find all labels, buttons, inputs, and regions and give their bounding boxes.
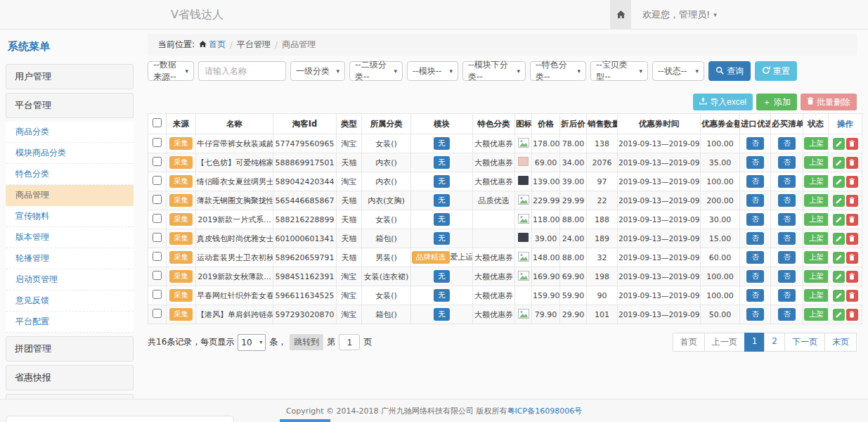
delete-button[interactable] (846, 252, 858, 264)
edit-button[interactable] (833, 233, 845, 245)
category-level2-select[interactable]: --二级分类--▾ (349, 61, 403, 81)
reset-button[interactable]: 重置 (755, 61, 797, 81)
delete-button[interactable] (846, 138, 858, 150)
must-buy-toggle-button[interactable]: 否 (778, 194, 796, 207)
imported-toggle-button[interactable]: 否 (746, 251, 764, 264)
row-checkbox[interactable] (153, 233, 162, 242)
import-excel-button[interactable]: 导入excel (693, 94, 753, 110)
imported-toggle-button[interactable]: 否 (746, 194, 764, 207)
row-checkbox[interactable] (153, 271, 162, 280)
row-checkbox[interactable] (153, 309, 162, 318)
imported-toggle-button[interactable]: 否 (746, 213, 764, 226)
status-button[interactable]: 上架 (804, 251, 829, 264)
horizontal-scrollbar-thumb[interactable] (280, 419, 330, 422)
edit-button[interactable] (833, 309, 845, 321)
imported-toggle-button[interactable]: 否 (746, 137, 764, 150)
row-checkbox[interactable] (153, 176, 162, 185)
sidebar-item[interactable]: 平台管理 (6, 93, 134, 118)
sidebar-item[interactable]: 模块商品分类 (6, 143, 134, 164)
status-button[interactable]: 上架 (804, 137, 829, 150)
page-button[interactable]: 首页 (673, 333, 705, 352)
item-type-select[interactable]: --宝贝类型--▾ (590, 61, 648, 81)
sidebar-item[interactable]: 拼团管理 (6, 336, 134, 362)
row-checkbox[interactable] (153, 290, 162, 299)
must-buy-toggle-button[interactable]: 否 (778, 251, 796, 264)
sidebar-item[interactable]: 启动页管理 (6, 269, 134, 290)
row-checkbox[interactable] (153, 252, 162, 261)
must-buy-toggle-button[interactable]: 否 (778, 232, 796, 245)
must-buy-toggle-button[interactable]: 否 (778, 308, 796, 321)
row-checkbox[interactable] (153, 214, 162, 223)
edit-button[interactable] (833, 195, 845, 207)
sidebar-item[interactable]: 宣传物料 (6, 206, 134, 227)
add-button[interactable]: ＋ 添加 (756, 94, 797, 110)
row-checkbox[interactable] (153, 138, 162, 147)
search-button[interactable]: 查询 (708, 61, 751, 81)
delete-button[interactable] (846, 233, 858, 245)
imported-toggle-button[interactable]: 否 (746, 175, 764, 188)
page-button[interactable]: 下一页 (784, 333, 825, 352)
must-buy-toggle-button[interactable]: 否 (778, 156, 796, 169)
user-menu[interactable]: 欢迎您，管理员! ▾ (642, 8, 717, 21)
imported-toggle-button[interactable]: 否 (746, 308, 764, 321)
status-button[interactable]: 上架 (804, 289, 829, 302)
sidebar-item[interactable]: 商品分类 (6, 122, 134, 143)
delete-button[interactable] (846, 290, 858, 302)
name-input[interactable] (198, 61, 286, 81)
module-subcategory-select[interactable]: --模块下分类--▾ (462, 61, 526, 81)
jump-page-input[interactable] (339, 334, 360, 350)
edit-button[interactable] (833, 214, 845, 226)
delete-button[interactable] (846, 176, 858, 188)
imported-toggle-button[interactable]: 否 (746, 289, 764, 302)
status-button[interactable]: 上架 (804, 194, 829, 207)
per-page-select[interactable]: 10 ▾ (238, 334, 266, 351)
batch-delete-button[interactable]: 批量删除 (801, 94, 857, 110)
sidebar-item[interactable]: 特色分类 (6, 164, 134, 185)
icp-link[interactable]: 粤ICP备16098006号 (507, 407, 583, 416)
sidebar-item[interactable]: 商品管理 (6, 185, 134, 206)
must-buy-toggle-button[interactable]: 否 (778, 175, 796, 188)
breadcrumb-item[interactable]: 平台管理 (237, 39, 271, 51)
must-buy-toggle-button[interactable]: 否 (778, 213, 796, 226)
sidebar-item[interactable]: 省惠快报 (6, 365, 134, 390)
edit-button[interactable] (833, 176, 845, 188)
status-button[interactable]: 上架 (804, 232, 829, 245)
must-buy-toggle-button[interactable]: 否 (778, 137, 796, 150)
edit-button[interactable] (833, 290, 845, 302)
must-buy-toggle-button[interactable]: 否 (778, 270, 796, 283)
select-all-checkbox[interactable] (153, 118, 162, 127)
status-button[interactable]: 上架 (804, 156, 829, 169)
edit-button[interactable] (833, 138, 845, 150)
status-button[interactable]: 上架 (804, 270, 829, 283)
data-source-select[interactable]: --数据来源--▾ (148, 61, 194, 81)
delete-button[interactable] (846, 214, 858, 226)
must-buy-toggle-button[interactable]: 否 (778, 289, 796, 302)
status-button[interactable]: 上架 (804, 175, 829, 188)
sidebar-item[interactable]: 版本管理 (6, 227, 134, 248)
module-select[interactable]: --模块--▾ (407, 61, 458, 81)
row-checkbox[interactable] (153, 195, 162, 204)
imported-toggle-button[interactable]: 否 (746, 232, 764, 245)
jump-to-button[interactable]: 跳转到 (290, 334, 323, 350)
featured-category-select[interactable]: --特色分类--▾ (530, 61, 586, 81)
page-button[interactable]: 2 (764, 333, 785, 352)
page-button[interactable]: 1 (744, 333, 765, 352)
page-button[interactable]: 上一页 (704, 333, 745, 352)
imported-toggle-button[interactable]: 否 (746, 156, 764, 169)
delete-button[interactable] (846, 309, 858, 321)
category-level1-select[interactable]: 一级分类▾ (290, 61, 345, 81)
status-button[interactable]: 上架 (804, 308, 829, 321)
row-checkbox[interactable] (153, 157, 162, 166)
delete-button[interactable] (846, 195, 858, 207)
breadcrumb-home-link[interactable]: 首页 (199, 39, 226, 51)
status-select[interactable]: --状态--▾ (652, 61, 704, 81)
sidebar-item[interactable]: 意见反馈 (6, 290, 134, 312)
status-button[interactable]: 上架 (804, 213, 829, 226)
home-button[interactable] (610, 0, 631, 30)
imported-toggle-button[interactable]: 否 (746, 270, 764, 283)
edit-button[interactable] (833, 252, 845, 264)
delete-button[interactable] (846, 271, 858, 283)
sidebar-item[interactable]: 用户管理 (6, 64, 134, 89)
sidebar-item[interactable]: 平台配置 (6, 312, 134, 333)
edit-button[interactable] (833, 157, 845, 169)
